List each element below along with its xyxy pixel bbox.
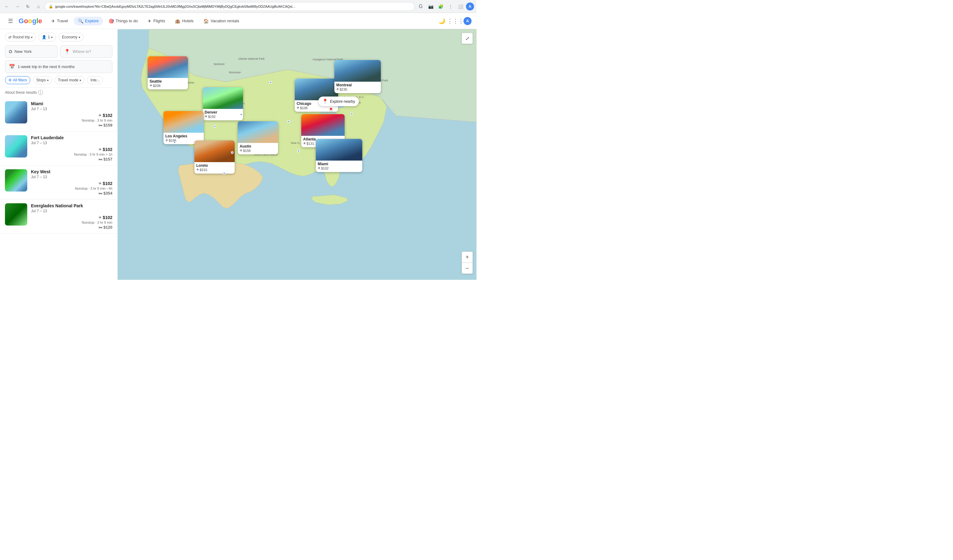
montreal-card-image [334, 60, 381, 82]
user-avatar[interactable]: A [464, 17, 472, 25]
class-selector[interactable]: Economy ▾ [59, 33, 84, 42]
result-item-fort-lauderdale[interactable]: Fort Lauderdale Jul 7 – 13 ✈ $102 Nonsto… [0, 131, 117, 166]
map-dot-4 [287, 121, 290, 123]
fullscreen-icon: ⤢ [466, 36, 469, 42]
explore-nearby-pin-icon: 📍 [322, 98, 328, 104]
forward-button[interactable]: → [13, 2, 22, 11]
google-apps-button[interactable]: ⋮⋮⋮ [450, 15, 461, 26]
stops-label: Stops [36, 78, 46, 82]
map-area[interactable]: Voyageurs National Park Glacier National… [118, 29, 476, 280]
google-search-button[interactable]: G [416, 2, 425, 11]
everglades-dates: Jul 7 – 13 [31, 209, 112, 213]
dark-mode-toggle[interactable]: 🌙 [436, 15, 447, 26]
tab-vacation-rentals[interactable]: 🏠 Vacation rentals [199, 17, 244, 25]
tab-flights[interactable]: ✈ Flights [143, 17, 169, 25]
about-results-text: About these results [5, 90, 37, 95]
austin-card-price: ✈ $158 [240, 149, 276, 153]
top-nav: ☰ Google ✈ Travel 🔍 Explore 🎯 Things to … [0, 13, 476, 29]
home-button[interactable]: ⌂ [34, 2, 43, 11]
fort-lauderdale-flight-price: $102 [103, 147, 112, 152]
everglades-hotel-price: $120 [103, 225, 112, 230]
key-west-flight-row: ✈ $102 [31, 181, 112, 186]
result-item-miami[interactable]: Miami Jul 7 – 13 ✈ $102 Nonstop · 3 hr 9… [0, 97, 117, 131]
inte-filter[interactable]: Inte... [87, 76, 103, 84]
result-item-everglades[interactable]: Everglades National Park Jul 7 – 13 ✈ $1… [0, 200, 117, 234]
address-bar[interactable]: 🔒 google.com/travel/explore?tfs=CBwQAxob… [45, 2, 414, 11]
fort-lauderdale-name: Fort Lauderdale [31, 135, 112, 140]
svg-text:New O...: New O... [291, 141, 302, 144]
travel-mode-chevron: ▾ [79, 79, 81, 82]
window-toggle-button[interactable]: ⬜ [456, 2, 465, 11]
filter-row: ⚙ All filters Stops ▾ Travel mode ▾ Inte… [5, 76, 112, 88]
back-button[interactable]: ← [3, 2, 11, 11]
destination-input[interactable]: 📍 Where to? [60, 45, 113, 58]
passengers-label: 1 [48, 35, 50, 39]
montreal-card-info: Montreal ✈ $235 [334, 82, 381, 93]
map-card-austin[interactable]: Austin ✈ $158 [238, 121, 278, 155]
explore-icon: 🔍 [78, 19, 83, 23]
tab-travel[interactable]: ✈ Travel [47, 17, 73, 25]
seattle-card-price: ✈ $208 [149, 84, 186, 88]
info-icon[interactable]: i [38, 90, 43, 95]
map-card-miami[interactable]: Miami ✈ $102 [316, 139, 362, 172]
map-card-chicago[interactable]: Chicago ✈ $106 [295, 79, 338, 112]
passengers-selector[interactable]: 👤 1 ▾ [39, 33, 56, 42]
fort-lauderdale-dates: Jul 7 – 13 [31, 141, 112, 145]
tab-explore-label: Explore [85, 19, 99, 23]
map-card-los-angeles[interactable]: Los Angeles ✈ $196 [163, 111, 204, 144]
browser-menu-button[interactable]: ⋮ [446, 2, 455, 11]
denver-card-name: Denver [205, 110, 241, 114]
atlanta-flight-icon: ✈ [303, 141, 306, 145]
key-west-hotel-row: 🛏 $354 [31, 191, 112, 195]
explore-nearby-button[interactable]: 📍 Explore nearby [318, 96, 359, 106]
refresh-button[interactable]: ↻ [23, 2, 32, 11]
zoom-in-button[interactable]: + [462, 252, 473, 263]
date-range-input[interactable]: 📅 1-week trip in the next 6 months [5, 60, 112, 73]
everglades-name: Everglades National Park [31, 203, 112, 208]
map-card-denver[interactable]: Denver ✈ $192 [203, 87, 243, 121]
round-trip-selector[interactable]: ⇄ Round trip ▾ [5, 33, 36, 42]
screenshot-button[interactable]: 📷 [426, 2, 435, 11]
miami-info: Miami Jul 7 – 13 ✈ $102 Nonstop · 3 hr 9… [31, 101, 112, 127]
denver-card-info: Denver ✈ $192 [203, 109, 243, 121]
tab-things-to-do[interactable]: 🎯 Things to do [104, 17, 143, 25]
miami-dates: Jul 7 – 13 [31, 107, 112, 111]
map-controls: ⤢ [462, 33, 473, 44]
zoom-out-button[interactable]: − [462, 263, 473, 274]
all-filters-button[interactable]: ⚙ All filters [5, 76, 30, 84]
map-card-seattle[interactable]: Seattle ✈ $208 [148, 56, 188, 90]
current-location-dot [329, 107, 333, 111]
miami-map-card-name: Miami [318, 162, 360, 166]
chicago-flight-icon: ✈ [296, 106, 300, 110]
atlanta-card-image [301, 114, 345, 136]
map-dot-6 [351, 113, 353, 115]
tab-hotels[interactable]: 🏨 Hotels [171, 17, 198, 25]
tab-explore[interactable]: 🔍 Explore [74, 17, 103, 25]
search-controls: ⇄ Round trip ▾ 👤 1 ▾ Economy ▾ N [0, 29, 117, 88]
fort-lauderdale-thumbnail [5, 135, 27, 158]
origin-dot-icon [9, 50, 12, 53]
svg-text:Boise: Boise [187, 81, 194, 84]
result-item-key-west[interactable]: Key West Jul 7 – 13 ✈ $102 Nonstop · 3 h… [0, 166, 117, 200]
extensions-button[interactable]: 🧩 [436, 2, 445, 11]
class-chevron: ▾ [79, 36, 80, 39]
travel-mode-filter[interactable]: Travel mode ▾ [54, 76, 85, 84]
travel-icon: ✈ [51, 19, 55, 23]
fort-lauderdale-hotel-price: $157 [103, 157, 112, 161]
stops-filter[interactable]: Stops ▾ [33, 76, 52, 84]
filter-icon: ⚙ [8, 78, 12, 82]
fullscreen-button[interactable]: ⤢ [462, 33, 473, 44]
key-west-flight-info: Nonstop · 3 hr 9 min › 4h [31, 187, 112, 190]
map-card-loreto[interactable]: Loreto ✈ $315 [194, 141, 235, 173]
flight-icon-fl: ✈ [98, 147, 102, 152]
denver-card-price: ✈ $192 [205, 114, 241, 119]
profile-avatar[interactable]: A [466, 3, 474, 11]
location-inputs: New York 📍 Where to? [5, 45, 112, 58]
hamburger-menu[interactable]: ☰ [5, 15, 16, 26]
date-range-label: 1-week trip in the next 6 months [18, 64, 75, 69]
miami-hotel-price: $159 [103, 123, 112, 127]
tab-things-label: Things to do [116, 19, 138, 23]
origin-input[interactable]: New York [5, 45, 57, 58]
map-card-montreal[interactable]: Montreal ✈ $235 [334, 60, 381, 93]
bed-icon-ev: 🛏 [98, 225, 102, 230]
